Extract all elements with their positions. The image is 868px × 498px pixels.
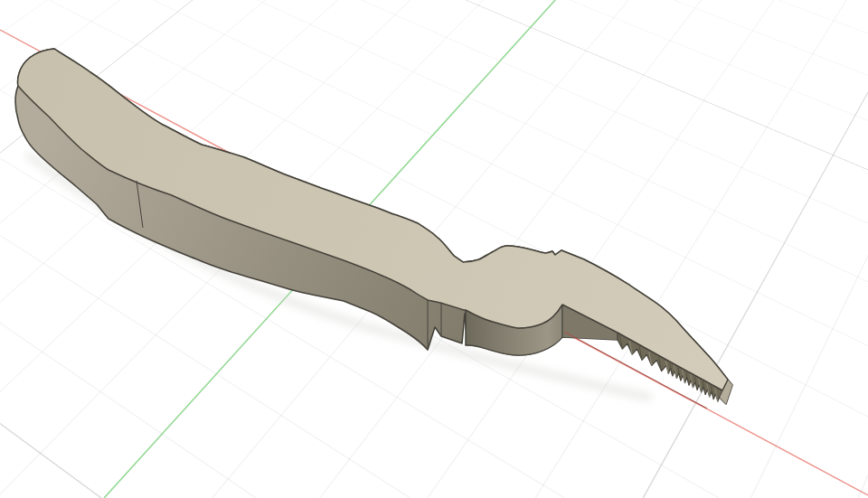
scene-canvas[interactable] (0, 0, 868, 498)
plier-half-body[interactable] (15, 49, 732, 409)
3d-viewport[interactable] (0, 0, 868, 498)
